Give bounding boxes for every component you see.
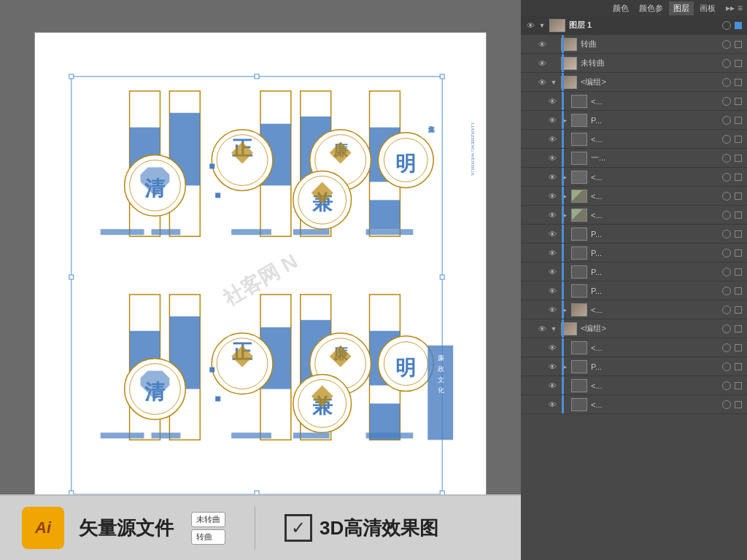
eye-icon-5[interactable]: 👁	[546, 114, 559, 127]
eye-icon-0[interactable]: 👁	[524, 19, 537, 32]
layer-row-3[interactable]: 👁 ▼ <编组>	[521, 73, 747, 92]
canvas-area: 木斧曲 共曲 社客网 N	[0, 0, 521, 560]
svg-rect-74	[151, 432, 180, 438]
eye-icon-9[interactable]: 👁	[546, 190, 559, 203]
eye-icon-19[interactable]: 👁	[546, 379, 559, 392]
layer-action-0	[721, 20, 732, 31]
layer-row-11[interactable]: 👁 P...	[521, 225, 747, 244]
badge-group: 未转曲 转曲	[191, 512, 225, 545]
layer-row-7[interactable]: 👁 一...	[521, 149, 747, 168]
layer-name-8: <...	[591, 173, 721, 182]
eye-icon-7[interactable]: 👁	[546, 152, 559, 165]
layer-row-9[interactable]: 👁 ▶ <...	[521, 187, 747, 206]
layer-row-0[interactable]: 👁 ▼ 图层 1	[521, 16, 747, 35]
bottom-bar: Ai 矢量源文件 未转曲 转曲 ✓ 3D高清效果图	[0, 494, 521, 560]
expand-arrow-8[interactable]: ▶	[559, 172, 569, 182]
layer-row-18[interactable]: 👁 ▶ P...	[521, 357, 747, 376]
expand-arrow-10[interactable]: ▶	[559, 210, 569, 220]
layer-row-19[interactable]: 👁 <...	[521, 376, 747, 395]
layer-name-4: <...	[591, 97, 721, 106]
layer-row-14[interactable]: 👁 P...	[521, 281, 747, 300]
eye-icon-10[interactable]: 👁	[546, 209, 559, 222]
blue-bar-1	[562, 35, 564, 53]
layer-row-16[interactable]: 👁 ▼ <编组>	[521, 319, 747, 338]
panel-icons: ▸▸ ≡	[726, 3, 743, 13]
eye-icon-15[interactable]: 👁	[546, 303, 559, 316]
layer-name-20: <...	[591, 400, 721, 409]
layer-row-4[interactable]: 👁 <...	[521, 92, 747, 111]
layer-thumb-18	[571, 360, 587, 373]
expand-arrow-2	[549, 58, 559, 69]
panel-close-icon[interactable]: ≡	[738, 3, 743, 13]
layer-row-15[interactable]: 👁 ▶ <...	[521, 300, 747, 319]
layer-thumb-15	[571, 303, 587, 316]
blue-bar-6	[562, 130, 564, 148]
eye-icon-8[interactable]: 👁	[546, 171, 559, 184]
svg-text:明: 明	[395, 357, 416, 379]
eye-icon-1[interactable]: 👁	[535, 38, 549, 51]
layer-row-12[interactable]: 👁 P...	[521, 244, 747, 262]
tab-color[interactable]: 颜色	[608, 1, 633, 15]
svg-text:政: 政	[438, 365, 444, 373]
design-content: 清 正 廉 兼 明	[35, 33, 486, 527]
svg-text:化: 化	[438, 387, 444, 394]
svg-rect-39	[231, 229, 271, 235]
layer-thumb-5	[571, 114, 587, 127]
layer-thumb-10	[571, 209, 587, 222]
tab-artboard[interactable]: 画板	[695, 1, 720, 15]
layer-row-1[interactable]: 👁 转曲	[521, 35, 747, 54]
eye-icon-16[interactable]: 👁	[535, 322, 549, 335]
expand-arrow-9[interactable]: ▶	[559, 191, 569, 201]
blue-bar-2	[562, 54, 564, 72]
eye-icon-2[interactable]: 👁	[535, 57, 549, 70]
layer-name-1: 转曲	[581, 39, 721, 50]
layer-row-2[interactable]: 👁 未转曲	[521, 54, 747, 73]
badge-unconverted: 未转曲	[191, 512, 225, 527]
check-icon: ✓	[285, 514, 312, 542]
eye-icon-12[interactable]: 👁	[546, 246, 559, 260]
expand-arrow-3[interactable]: ▼	[549, 77, 559, 88]
layers-panel: 👁 ▼ 图层 1 👁 转曲 👁 未转曲 👁 ▼ <编组>	[521, 16, 747, 560]
layer-row-8[interactable]: 👁 ▶ <...	[521, 168, 747, 187]
artboard: 社客网 N	[34, 32, 487, 528]
panel-tabs[interactable]: 颜色 颜色参 图层 画板	[608, 1, 720, 15]
layer-row-13[interactable]: 👁 P...	[521, 262, 747, 281]
panel-menu-icon[interactable]: ▸▸	[726, 3, 735, 13]
layer-name-5: P...	[591, 116, 721, 125]
layer-thumb-13	[571, 265, 587, 279]
eye-icon-3[interactable]: 👁	[535, 76, 549, 89]
layer-name-17: <...	[591, 343, 721, 352]
3d-text: 3D高清效果图	[320, 516, 438, 541]
layer-thumb-17	[571, 341, 587, 354]
eye-icon-11[interactable]: 👁	[546, 228, 559, 241]
tab-color-ref[interactable]: 颜色参	[635, 1, 667, 15]
expand-arrow-5[interactable]: ▶	[559, 115, 569, 125]
eye-icon-20[interactable]: 👁	[546, 398, 559, 411]
svg-rect-40	[293, 229, 330, 235]
layer-row-20[interactable]: 👁 <...	[521, 395, 747, 414]
svg-rect-1	[69, 74, 74, 79]
layer-name-7: 一...	[591, 152, 721, 163]
svg-text:廉: 廉	[438, 354, 444, 362]
svg-rect-79	[215, 192, 220, 198]
eye-icon-6[interactable]: 👁	[546, 133, 559, 146]
layer-name-15: <...	[591, 306, 721, 314]
layer-row-10[interactable]: 👁 ▶ <...	[521, 206, 747, 225]
top-toolbar: 颜色 颜色参 图层 画板 ▸▸ ≡	[521, 0, 747, 16]
expand-arrow-0[interactable]: ▼	[537, 20, 547, 31]
eye-icon-14[interactable]: 👁	[546, 284, 559, 298]
eye-icon-17[interactable]: 👁	[546, 341, 559, 354]
eye-icon-4[interactable]: 👁	[546, 95, 559, 108]
bottom-main-text: 矢量源文件	[79, 516, 174, 541]
layer-row-17[interactable]: 👁 <...	[521, 338, 747, 357]
layer-name-12: P...	[591, 249, 721, 257]
tab-layers[interactable]: 图层	[669, 1, 694, 15]
layer-row-6[interactable]: 👁 <...	[521, 130, 747, 149]
eye-icon-18[interactable]: 👁	[546, 360, 559, 373]
blue-bar-8	[562, 168, 564, 186]
eye-icon-13[interactable]: 👁	[546, 265, 559, 279]
blue-bar-7	[562, 149, 564, 167]
layer-row-5[interactable]: 👁 ▶ P...	[521, 111, 747, 130]
layer-name-18: P...	[591, 362, 721, 371]
svg-rect-38	[151, 229, 180, 235]
